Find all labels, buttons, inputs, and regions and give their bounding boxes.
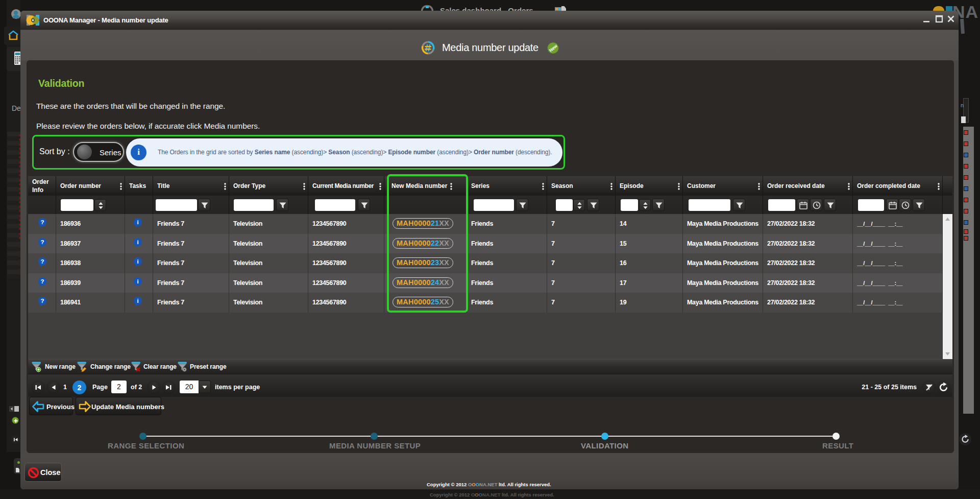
svg-text:i: i: [137, 258, 138, 265]
svg-text:?: ?: [40, 258, 44, 265]
svg-text:?: ?: [40, 219, 44, 225]
svg-text:?: ?: [40, 278, 44, 284]
svg-text:i: i: [137, 278, 138, 284]
svg-text:?: ?: [40, 298, 44, 304]
svg-text:i: i: [137, 298, 138, 304]
svg-text:i: i: [137, 219, 138, 225]
svg-text:i: i: [137, 239, 138, 245]
svg-text:?: ?: [40, 239, 44, 245]
